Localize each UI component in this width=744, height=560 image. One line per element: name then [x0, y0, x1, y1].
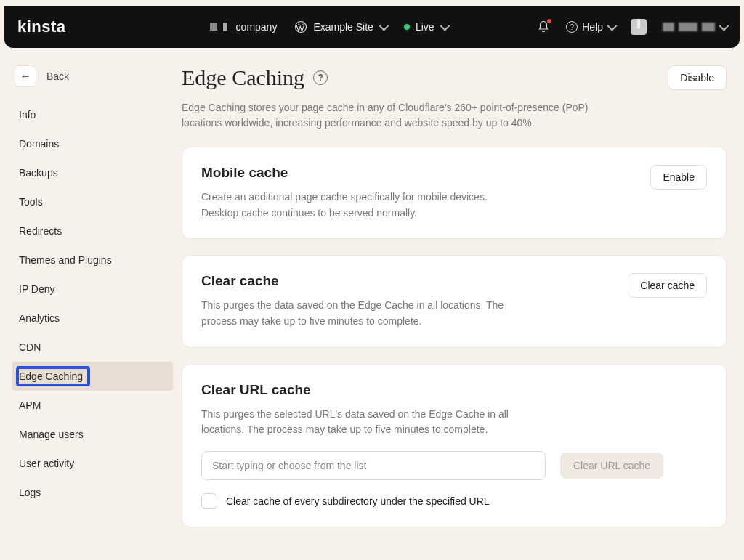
notification-badge-icon	[547, 19, 551, 23]
sidebar-item-redirects[interactable]: Redirects	[12, 216, 173, 245]
sidebar-item-analytics[interactable]: Analytics	[12, 304, 173, 333]
main-content: Edge Caching ? Disable Edge Caching stor…	[173, 55, 740, 557]
status-dot-icon	[404, 24, 410, 30]
sidebar-item-label: CDN	[19, 341, 41, 353]
mobile-cache-card: Mobile cache Create an additional page c…	[182, 147, 727, 239]
clear-cache-button[interactable]: Clear cache	[628, 273, 707, 298]
sidebar-item-edge-caching[interactable]: Edge Caching	[12, 362, 173, 391]
sidebar-item-label: Tools	[19, 196, 43, 208]
site-switcher[interactable]: Example Site	[294, 20, 386, 33]
sidebar: ← Back InfoDomainsBackupsToolsRedirectsT…	[4, 55, 173, 557]
card-title: Clear URL cache	[201, 382, 707, 398]
sidebar-item-manage-users[interactable]: Manage users	[12, 420, 173, 449]
sidebar-item-user-activity[interactable]: User activity	[12, 449, 173, 478]
sidebar-item-domains[interactable]: Domains	[12, 129, 173, 158]
company-icon	[210, 23, 217, 31]
sidebar-item-label: Domains	[19, 138, 59, 150]
company-icon	[223, 23, 227, 31]
help-icon: ?	[566, 21, 578, 33]
sidebar-item-label: IP Deny	[19, 283, 55, 295]
back-button[interactable]: ←	[15, 65, 36, 87]
card-title: Clear cache	[201, 273, 506, 289]
wordpress-icon	[294, 20, 307, 33]
chevron-down-icon	[607, 21, 617, 31]
sidebar-item-info[interactable]: Info	[12, 100, 173, 129]
company-switcher[interactable]: company	[210, 21, 278, 33]
site-label: Example Site	[313, 21, 373, 33]
sidebar-item-tools[interactable]: Tools	[12, 187, 173, 216]
sidebar-nav: InfoDomainsBackupsToolsRedirectsThemes a…	[12, 100, 173, 507]
subdirectory-checkbox[interactable]	[201, 493, 217, 509]
help-menu[interactable]: ? Help	[566, 21, 615, 33]
sidebar-item-label: Logs	[19, 487, 41, 498]
company-label: company	[236, 21, 278, 33]
sidebar-item-backups[interactable]: Backups	[12, 158, 173, 187]
card-desc: Create an additional page cache specific…	[201, 190, 506, 221]
clear-cache-card: Clear cache This purges the data saved o…	[182, 255, 727, 347]
enable-mobile-cache-button[interactable]: Enable	[650, 165, 707, 190]
notifications-button[interactable]	[537, 20, 550, 33]
back-label: Back	[46, 70, 69, 82]
sidebar-item-themes-and-plugins[interactable]: Themes and Plugins	[12, 245, 173, 275]
sidebar-item-label: Edge Caching	[19, 370, 83, 382]
sidebar-item-label: Manage users	[19, 429, 84, 440]
chevron-down-icon	[719, 21, 729, 31]
env-switcher[interactable]: Live	[404, 21, 448, 33]
sidebar-item-ip-deny[interactable]: IP Deny	[12, 275, 173, 304]
card-desc: This purges the data saved on the Edge C…	[201, 298, 506, 329]
env-label: Live	[416, 21, 434, 33]
page-subtitle: Edge Caching stores your page cache in a…	[182, 100, 589, 131]
disable-button[interactable]: Disable	[668, 65, 727, 90]
clear-url-cache-card: Clear URL cache This purges the selected…	[182, 364, 727, 527]
sidebar-item-label: Analytics	[19, 312, 60, 324]
sidebar-item-label: Backups	[19, 167, 58, 179]
brand-logo: kinsta	[17, 17, 66, 36]
sidebar-item-label: Info	[19, 109, 36, 121]
help-label: Help	[582, 21, 603, 33]
card-desc: This purges the selected URL's data save…	[201, 407, 535, 438]
sidebar-item-label: User activity	[19, 458, 74, 469]
sidebar-item-logs[interactable]: Logs	[12, 478, 173, 507]
topbar: kinsta company Example Site Live ? Help	[4, 6, 740, 48]
clear-url-cache-button[interactable]: Clear URL cache	[560, 453, 663, 479]
card-title: Mobile cache	[201, 165, 506, 181]
avatar[interactable]	[631, 19, 647, 35]
arrow-left-icon: ←	[20, 70, 31, 83]
url-input[interactable]	[201, 451, 546, 480]
sidebar-item-cdn[interactable]: CDN	[12, 333, 173, 362]
sidebar-item-label: Redirects	[19, 225, 62, 237]
chevron-down-icon	[379, 21, 389, 31]
chevron-down-icon	[440, 21, 450, 31]
sidebar-item-label: APM	[19, 399, 41, 411]
sidebar-item-label: Themes and Plugins	[19, 254, 112, 266]
page-title: Edge Caching ?	[182, 65, 328, 90]
checkbox-label: Clear cache of every subdirectory under …	[226, 495, 490, 507]
help-icon[interactable]: ?	[313, 70, 328, 85]
sidebar-item-apm[interactable]: APM	[12, 391, 173, 420]
user-menu[interactable]	[663, 23, 727, 31]
